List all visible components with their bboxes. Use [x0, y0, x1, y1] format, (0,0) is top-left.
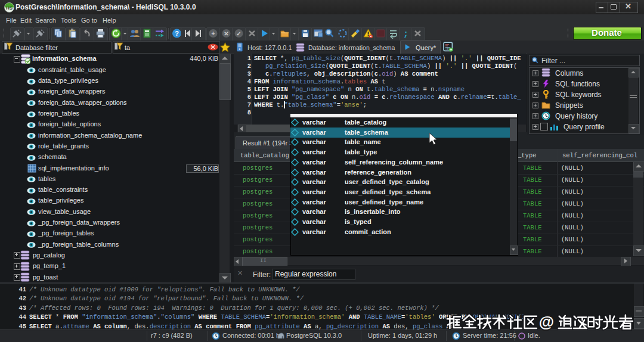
svg-text:✓: ✓	[236, 30, 241, 37]
svg-text:HS: HS	[6, 5, 13, 11]
svg-text:?: ?	[175, 30, 179, 37]
svg-text:;: ;	[403, 29, 408, 39]
svg-text:@: @	[539, 313, 554, 331]
svg-text:+: +	[212, 30, 215, 37]
svg-text:✕: ✕	[224, 30, 228, 37]
